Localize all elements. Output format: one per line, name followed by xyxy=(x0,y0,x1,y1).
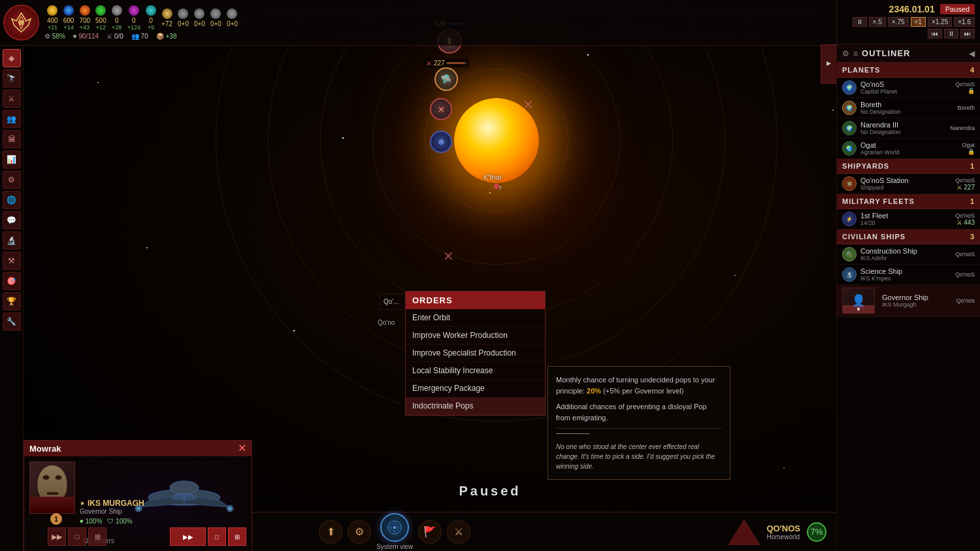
section-planets-count: 4 xyxy=(970,66,975,74)
ship-construction[interactable]: 🔨 Construction Ship IKS Adrihr Qo'noS xyxy=(837,244,980,265)
pause-btn[interactable]: ⏸ xyxy=(853,17,867,27)
resource-food[interactable]: 500 +12 xyxy=(95,5,106,31)
sidebar-icon-missions[interactable]: 🎯 xyxy=(3,272,21,290)
fleet-1st[interactable]: ⚡ 1st Fleet 14/20 Qo'noS ⚔ 443 xyxy=(837,209,980,229)
governor-btn-1[interactable]: ▶▶ xyxy=(170,527,206,546)
outliner-close-icon[interactable]: ◀ xyxy=(969,49,975,58)
planet-narendra-right: Narendra xyxy=(950,125,975,131)
governor-btn-2[interactable]: □ xyxy=(208,527,226,546)
planet-ogat[interactable]: 🌏 Ogat Agrarian World Ogat 🔒 xyxy=(837,139,980,159)
playback-pause[interactable]: ⏸ xyxy=(944,29,958,39)
settings-icon[interactable]: ⚙ xyxy=(842,49,849,58)
sidebar-icon-population[interactable]: 👥 xyxy=(3,110,21,128)
section-planets-label: PLANETS xyxy=(842,66,880,74)
order-improve-worker[interactable]: Improve Worker Production xyxy=(406,327,545,344)
planet-qonos[interactable]: 🌍 Qo'noS Capital Planet Qo'noS 🔒 xyxy=(837,78,980,98)
sidebar-icon-government[interactable]: 🏛 xyxy=(3,130,21,148)
system-view-container[interactable]: System view xyxy=(376,513,413,550)
sidebar-icon-research[interactable]: 🔬 xyxy=(3,231,21,250)
bottom-nav-flag[interactable]: 🚩 xyxy=(418,520,442,544)
planet-boreth[interactable]: 🌍 Boreth No Designation Boreth xyxy=(837,98,980,118)
bottom-nav-settings[interactable]: ⚙ xyxy=(348,520,371,544)
section-shipyards-header[interactable]: SHIPYARDS 1 xyxy=(837,159,980,174)
station-icon[interactable]: 🛸 xyxy=(434,67,458,91)
sidebar-icon-tools[interactable]: 🔧 xyxy=(3,312,21,331)
spacer xyxy=(837,317,980,330)
governor-portrait[interactable] xyxy=(29,461,75,514)
faction-emblem[interactable] xyxy=(3,5,39,41)
ship-icon-2[interactable]: ❄ xyxy=(430,131,452,153)
planet-dot-1[interactable] xyxy=(494,184,499,189)
resource-dilithium[interactable]: 600 +14 xyxy=(63,5,74,31)
outliner-toggle-tab[interactable]: ◀ xyxy=(821,44,836,84)
governor-btn-3[interactable]: ⊞ xyxy=(228,527,246,546)
planet-ogat-right: Ogat 🔒 xyxy=(962,142,975,155)
sidebar-icon-economy[interactable]: 📊 xyxy=(3,150,21,169)
r6-icon xyxy=(194,8,204,19)
resource-trade[interactable]: +72 xyxy=(161,8,172,27)
map-marker-2: ✕ xyxy=(443,248,454,264)
filter-icon[interactable]: ≡ xyxy=(853,49,858,58)
speed-1.6[interactable]: ×1.6 xyxy=(954,17,975,27)
planet-qonos-info: Qo'noS Capital Planet xyxy=(860,80,951,95)
bottom-nav-arrows[interactable]: ⬆ xyxy=(319,520,342,544)
order-improve-specialist[interactable]: Improve Specialist Production xyxy=(406,344,545,362)
sidebar-icon-combat[interactable]: ⚔ xyxy=(3,90,21,108)
sidebar-icon-diplomacy[interactable]: 🌐 xyxy=(3,191,21,209)
order-local-stability[interactable]: Local Stability Increase xyxy=(406,362,545,380)
playback-next[interactable]: ⏭ xyxy=(960,29,975,39)
system-view-icon[interactable] xyxy=(380,513,409,542)
governor-config-btn[interactable]: ⊞ xyxy=(88,527,106,546)
section-fleets-header[interactable]: MILITARY FLEETS 1 xyxy=(837,194,980,209)
speed-0.5[interactable]: ×.5 xyxy=(869,17,886,27)
fleet-ship-1[interactable]: ✕ xyxy=(430,98,452,120)
order-emergency[interactable]: Emergency Package xyxy=(406,380,545,397)
playback-prev[interactable]: ⏮ xyxy=(928,29,942,39)
governor-bottom-actions: ▶▶ □ ⊞ xyxy=(48,527,106,546)
resource-alloys[interactable]: 700 +43 xyxy=(79,5,90,31)
governor-orders-btn[interactable]: ▶▶ xyxy=(48,527,66,546)
resource-r8[interactable]: 0+0 xyxy=(227,8,238,27)
bottom-nav-weapons[interactable]: ⚔ xyxy=(447,520,470,544)
section-shipyards-count: 1 xyxy=(970,162,975,170)
governor-ship-right: Qo'nos xyxy=(956,297,975,304)
resource-r6[interactable]: 0+0 xyxy=(194,8,205,27)
speed-0.75[interactable]: ×.75 xyxy=(888,17,909,27)
resource-r2[interactable]: 0 +124 xyxy=(127,5,140,31)
r7-icon xyxy=(210,8,221,19)
order-enter-orbit[interactable]: Enter Orbit xyxy=(406,309,545,327)
station-fleet[interactable]: ⚔ 227 🛸 xyxy=(423,59,469,91)
sidebar-icon-achievements[interactable]: 🏆 xyxy=(3,292,21,310)
speed-1[interactable]: ×1 xyxy=(911,17,926,27)
sidebar-icon-faction[interactable]: ◆ xyxy=(3,49,21,67)
resource-r1[interactable]: 0 +28 xyxy=(112,5,122,31)
approval-circle[interactable]: 7% xyxy=(807,522,826,542)
section-planets-header[interactable]: PLANETS 4 xyxy=(837,63,980,78)
ship-science[interactable]: 🔬 Science Ship IKS K'mpec Qo'noS xyxy=(837,265,980,285)
outliner-header: ⚙ ≡ OUTLINER ◀ xyxy=(837,44,980,63)
sidebar-icon-build[interactable]: ⚒ xyxy=(3,252,21,270)
faction-triangle[interactable] xyxy=(728,519,760,545)
sidebar-icon-settings[interactable]: ⚙ xyxy=(3,171,21,189)
resource-r3[interactable]: 0 +5 xyxy=(146,5,156,31)
resource-energy[interactable]: 400 +21 xyxy=(47,5,58,31)
stat-war: ⚔ 0/0 xyxy=(106,33,123,40)
stat-storage: 📦 +38 xyxy=(156,33,177,40)
resource-r5[interactable]: 0+0 xyxy=(178,8,189,27)
section-civilian-header[interactable]: CIVILIAN SHIPS 3 xyxy=(837,229,980,244)
planet-boreth-info: Boreth No Designation xyxy=(860,101,953,115)
ship-icon-1[interactable]: ✕ xyxy=(430,98,452,120)
governor-info-btn[interactable]: □ xyxy=(68,527,86,546)
resource-r7[interactable]: 0+0 xyxy=(210,8,221,27)
fleet-ship-2[interactable]: ❄ xyxy=(430,131,452,153)
governor-location: Mowrak xyxy=(29,444,61,454)
governor-close-button[interactable]: ✕ xyxy=(238,443,246,454)
order-indoctrinate[interactable]: Indoctrinate Pops xyxy=(406,397,545,415)
speed-1.25[interactable]: ×1.25 xyxy=(928,17,952,27)
shipyard-qonos[interactable]: ⚙ Qo'noS Station Shipyard Qo'noS ⚔ 227 xyxy=(837,174,980,194)
ship-governor[interactable]: 👤 ▼ Governor Ship IKS Murgagh Qo'nos xyxy=(837,285,980,317)
sidebar-icon-telescope[interactable]: 🔭 xyxy=(3,69,21,88)
sidebar-icon-comms[interactable]: 💬 xyxy=(3,211,21,229)
r1-icon xyxy=(112,5,122,16)
planet-narendra[interactable]: 🌍 Narendra III No Designation Narendra xyxy=(837,118,980,139)
